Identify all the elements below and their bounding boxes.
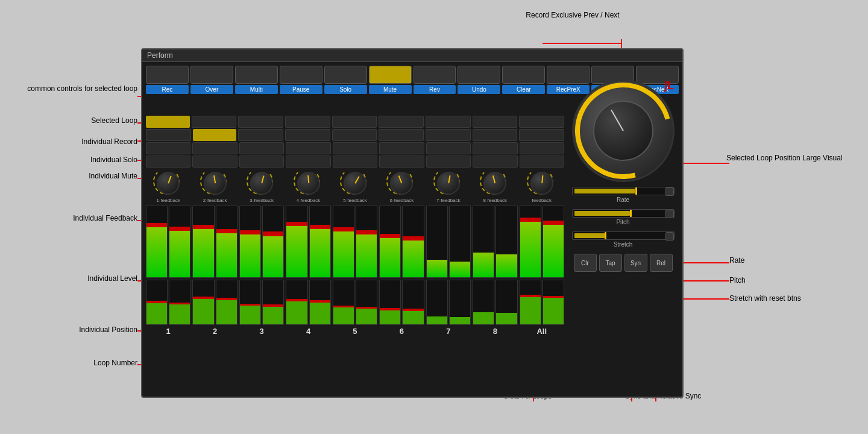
knob-label-feedback: feedback xyxy=(532,198,551,203)
knob-col-1: 1-feedback xyxy=(146,170,190,203)
ind-rec-2[interactable] xyxy=(193,129,237,141)
annotation-stretch: Stretch with reset btns xyxy=(729,294,850,304)
knob-col-4: 4-feedback xyxy=(286,170,330,203)
pitch-reset-btn[interactable] xyxy=(665,210,674,218)
ind-mute-5[interactable] xyxy=(333,156,377,168)
ind-rec-5[interactable] xyxy=(332,129,377,141)
ind-solo-3[interactable] xyxy=(239,142,284,154)
pos-bar-3a xyxy=(239,280,261,325)
ind-mute-4[interactable] xyxy=(286,156,330,168)
pitch-fill xyxy=(574,211,630,216)
sel-loop-5[interactable] xyxy=(332,116,377,128)
sel-loop-8[interactable] xyxy=(473,116,518,128)
knob-5[interactable] xyxy=(342,170,368,197)
ind-mute-3[interactable] xyxy=(239,156,284,168)
knob-feedback[interactable] xyxy=(529,170,555,197)
knob-8[interactable] xyxy=(482,170,508,197)
sel-loop-2[interactable] xyxy=(192,116,237,128)
sel-loop-6[interactable] xyxy=(379,116,424,128)
ind-solo-6[interactable] xyxy=(379,142,424,154)
ind-solo-7[interactable] xyxy=(426,142,471,154)
knob-7[interactable] xyxy=(435,170,462,197)
ind-mute-8[interactable] xyxy=(473,156,517,168)
ind-solo-2[interactable] xyxy=(192,142,237,154)
pitch-thumb xyxy=(630,210,632,217)
stretch-thumb xyxy=(605,232,606,239)
ind-mute-7[interactable] xyxy=(426,156,471,168)
level-col-6 xyxy=(379,206,424,278)
knob-6[interactable] xyxy=(388,170,415,197)
ind-rec-all[interactable] xyxy=(519,129,564,141)
ind-multi[interactable] xyxy=(235,66,278,84)
knob-4[interactable] xyxy=(295,170,322,197)
btn-pause[interactable]: Pause xyxy=(280,85,322,94)
ind-rec[interactable] xyxy=(146,66,189,84)
annotation-common-controls: common controls for selected loop xyxy=(0,84,137,94)
knob-2[interactable] xyxy=(202,170,228,197)
ind-solo-5[interactable] xyxy=(333,142,377,154)
sliders-area: Rate Pitch Stretch xyxy=(569,187,678,272)
ind-mute-2[interactable] xyxy=(192,156,237,168)
btn-solo[interactable]: Solo xyxy=(324,85,367,94)
btn-undo[interactable]: Undo xyxy=(458,85,500,94)
ind-rec-4[interactable] xyxy=(285,129,330,141)
ind-rec-1[interactable] xyxy=(146,129,191,141)
sel-loop-1[interactable] xyxy=(146,116,190,128)
pos-bar-3b xyxy=(262,280,284,325)
sel-loop-3[interactable] xyxy=(238,116,283,128)
sel-loop-7[interactable] xyxy=(426,116,471,128)
annotation-selected-loop: Selected Loop xyxy=(0,116,137,126)
tap-button[interactable]: Tap xyxy=(599,254,622,272)
knob-needle xyxy=(611,110,624,131)
ind-rev[interactable] xyxy=(414,66,456,84)
level-col-5 xyxy=(333,206,377,278)
ind-mute[interactable] xyxy=(369,66,412,84)
ind-clear[interactable] xyxy=(502,66,545,84)
ind-mute-all[interactable] xyxy=(520,156,564,168)
pitch-label: Pitch xyxy=(572,219,675,225)
pos-col-5 xyxy=(333,280,377,325)
level-bar-4b xyxy=(309,206,331,278)
rate-slider[interactable] xyxy=(572,187,675,195)
pos-bar-1a xyxy=(146,280,168,325)
clr-button[interactable]: Clr xyxy=(574,254,597,272)
btn-multi[interactable]: Multi xyxy=(235,85,278,94)
ind-mute-1[interactable] xyxy=(146,156,190,168)
stretch-slider[interactable] xyxy=(572,231,675,240)
btn-rev[interactable]: Rev xyxy=(414,85,456,94)
ind-solo[interactable] xyxy=(324,66,367,84)
syn-button[interactable]: Syn xyxy=(624,254,647,272)
rel-button[interactable]: Rel xyxy=(650,254,673,272)
ind-rec-3[interactable] xyxy=(238,129,283,141)
btn-rec[interactable]: Rec xyxy=(146,85,189,94)
stretch-reset-btn[interactable] xyxy=(665,232,674,241)
btn-mute[interactable]: Mute xyxy=(369,85,412,94)
ind-mute-6[interactable] xyxy=(379,156,424,168)
ind-rec-7[interactable] xyxy=(426,129,471,141)
pitch-slider[interactable] xyxy=(572,209,675,218)
ind-pause[interactable] xyxy=(280,66,322,84)
btn-over[interactable]: Over xyxy=(190,85,233,94)
ind-rec-6[interactable] xyxy=(379,129,424,141)
ind-solo-8[interactable] xyxy=(473,142,517,154)
ind-solo-4[interactable] xyxy=(286,142,330,154)
stretch-fill xyxy=(574,233,605,238)
ind-solo-1[interactable] xyxy=(146,142,190,154)
ind-over[interactable] xyxy=(190,66,233,84)
knob-3[interactable] xyxy=(248,170,275,197)
ind-undo[interactable] xyxy=(458,66,500,84)
ind-rec-8[interactable] xyxy=(473,129,518,141)
sel-loop-4[interactable] xyxy=(285,116,330,128)
pos-col-2 xyxy=(192,280,237,325)
rate-reset-btn[interactable] xyxy=(665,187,674,196)
ind-solo-all[interactable] xyxy=(520,142,564,154)
sel-loop-all[interactable] xyxy=(519,116,564,128)
arrow-rate xyxy=(681,262,729,263)
annotation-individual-record: Individual Record xyxy=(0,137,137,147)
btn-clear[interactable]: Clear xyxy=(502,85,545,94)
large-position-knob[interactable] xyxy=(572,80,675,182)
knob-col-feedback: feedback xyxy=(520,170,564,203)
pos-bar-7b xyxy=(449,280,471,325)
knob-1[interactable] xyxy=(155,170,181,197)
ch-num-5: 5 xyxy=(333,327,377,336)
